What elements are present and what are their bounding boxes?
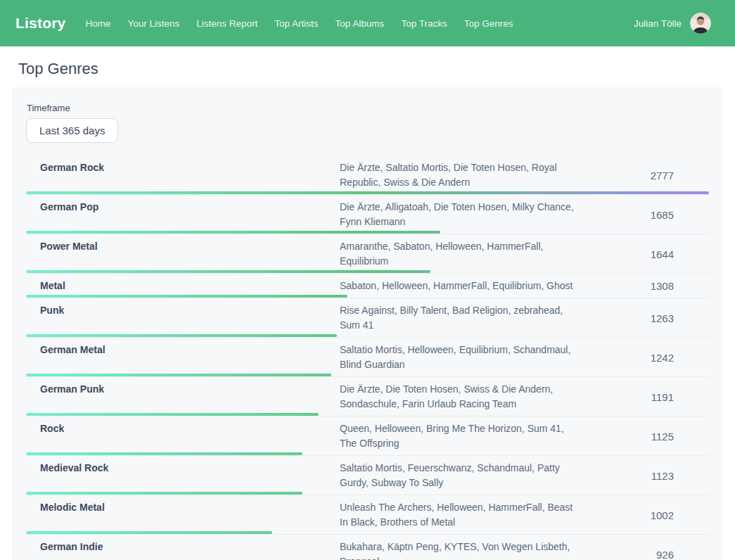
listen-count: 1123 [587, 470, 709, 482]
listen-count: 1263 [587, 312, 709, 324]
listen-count: 2777 [587, 170, 709, 182]
genre-name: German Rock [26, 160, 340, 175]
genre-progress-bar [26, 374, 331, 376]
table-row: Melodic MetalUnleash The Archers, Hellow… [26, 495, 709, 535]
genre-name: German Punk [26, 382, 340, 397]
genre-progress-bar [26, 270, 430, 273]
listen-count: 1644 [587, 248, 709, 260]
table-row: Medieval RockSaltatio Mortis, Feuerschwa… [26, 456, 709, 495]
artist-list: Die Ärzte, Die Toten Hosen, Swiss & Die … [340, 382, 587, 412]
table-row: German MetalSaltatio Mortis, Helloween, … [26, 338, 709, 377]
genre-name: Metal [26, 279, 340, 293]
artist-list: Rise Against, Billy Talent, Bad Religion… [340, 303, 587, 333]
genre-name: German Indie [26, 540, 340, 554]
genre-name: Melodic Metal [26, 500, 340, 515]
top-genres-card: Timeframe Last 365 days German RockDie Ä… [12, 87, 723, 560]
genre-progress-bar [26, 492, 302, 495]
user-avatar[interactable] [690, 13, 711, 34]
artist-list: Amaranthe, Sabaton, Helloween, HammerFal… [340, 239, 587, 269]
genre-name: Power Metal [26, 239, 340, 254]
app-logo[interactable]: Listory [15, 15, 65, 32]
timeframe-select[interactable]: Last 365 days [26, 118, 118, 143]
genre-progress-bar [26, 531, 272, 534]
artist-list: Bukahara, Käptn Peng, KYTES, Von Wegen L… [340, 540, 587, 560]
genre-progress-bar [26, 413, 319, 416]
table-row: German PopDie Ärzte, Alligatoah, Die Tot… [26, 195, 709, 234]
nav-item-top-tracks[interactable]: Top Tracks [401, 18, 447, 29]
user-name: Julian Tölle [634, 18, 682, 29]
nav-items: HomeYour ListensListens ReportTop Artist… [85, 18, 513, 29]
listen-count: 1685 [587, 209, 709, 221]
genre-name: Rock [26, 421, 340, 436]
listen-count: 926 [587, 549, 709, 560]
timeframe-label: Timeframe [27, 103, 709, 113]
genre-name: German Metal [26, 343, 340, 357]
artist-list: Queen, Helloween, Bring Me The Horizon, … [340, 421, 587, 451]
page-title: Top Genres [18, 60, 735, 78]
nav-item-your-listens[interactable]: Your Listens [127, 18, 179, 29]
artist-list: Unleash The Archers, Helloween, HammerFa… [340, 500, 587, 530]
genre-progress-bar [26, 452, 302, 455]
artist-list: Die Ärzte, Alligatoah, Die Toten Hosen, … [340, 200, 587, 229]
table-row: RockQueen, Helloween, Bring Me The Horiz… [26, 416, 709, 456]
table-row: Power MetalAmaranthe, Sabaton, Helloween… [26, 234, 709, 274]
genre-table: German RockDie Ärzte, Saltatio Mortis, D… [26, 155, 709, 560]
genre-name: Punk [26, 303, 340, 318]
nav-item-listens-report[interactable]: Listens Report [196, 18, 257, 29]
listen-count: 1191 [587, 391, 709, 403]
listen-count: 1308 [587, 280, 709, 292]
listen-count: 1002 [587, 509, 709, 521]
genre-progress-bar [26, 191, 709, 194]
genre-name: German Pop [26, 200, 340, 215]
nav-item-top-artists[interactable]: Top Artists [274, 18, 318, 29]
genre-name: Medieval Rock [26, 461, 340, 476]
table-row: PunkRise Against, Billy Talent, Bad Reli… [26, 298, 709, 338]
table-row: German PunkDie Ärzte, Die Toten Hosen, S… [26, 377, 709, 416]
artist-list: Saltatio Mortis, Helloween, Equilibrium,… [340, 343, 587, 372]
listen-count: 1242 [587, 352, 709, 364]
listen-count: 1125 [587, 431, 709, 443]
avatar-photo-icon [690, 13, 711, 34]
genre-progress-bar [26, 231, 440, 234]
nav-item-home[interactable]: Home [85, 18, 110, 29]
table-row: German IndieBukahara, Käptn Peng, KYTES,… [26, 535, 709, 560]
genre-progress-bar [26, 295, 347, 298]
table-row: MetalSabaton, Helloween, HammerFall, Equ… [26, 274, 709, 298]
artist-list: Sabaton, Helloween, HammerFall, Equilibr… [340, 279, 587, 293]
navbar: Listory HomeYour ListensListens ReportTo… [0, 0, 735, 46]
table-row: German RockDie Ärzte, Saltatio Mortis, D… [26, 155, 709, 195]
artist-list: Saltatio Mortis, Feuerschwanz, Schandmau… [340, 461, 587, 490]
nav-item-top-genres[interactable]: Top Genres [464, 18, 513, 29]
nav-item-top-albums[interactable]: Top Albums [335, 18, 385, 29]
artist-list: Die Ärzte, Saltatio Mortis, Die Toten Ho… [340, 160, 587, 190]
genre-progress-bar [26, 334, 337, 337]
user-menu[interactable]: Julian Tölle [634, 13, 711, 34]
